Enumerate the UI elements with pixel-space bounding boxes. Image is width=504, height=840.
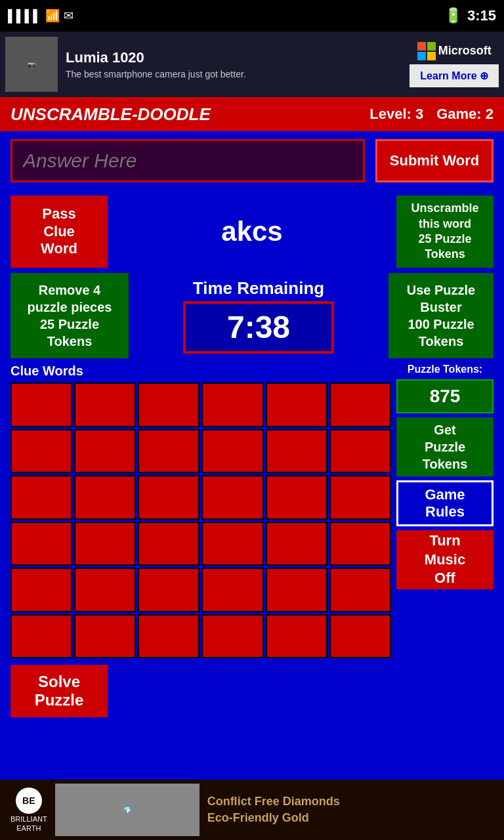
grid-cell[interactable] — [266, 383, 327, 427]
grid-cell[interactable] — [138, 522, 200, 566]
sidebar: Puzzle Tokens: 875 GetPuzzleTokens GameR… — [396, 364, 494, 717]
microsoft-label: Microsoft — [438, 44, 492, 58]
signal-area: ▌▌▌▌ 📶 ✉ — [8, 9, 74, 23]
grid-cell[interactable] — [138, 475, 200, 520]
main-grid-area: Clue Words SolvePuzzle Puzzle Tokens: 87… — [0, 364, 504, 723]
grid-cell[interactable] — [201, 568, 263, 612]
game-row-1: PassClueWord akcs Unscramblethis word25 … — [10, 196, 494, 268]
grid-cell[interactable] — [329, 429, 391, 474]
brand-line2: EARTH — [16, 824, 41, 832]
grid-cell[interactable] — [74, 475, 136, 520]
time-remaining-label: Time Remaining — [193, 278, 324, 299]
grid-cell[interactable] — [201, 383, 263, 427]
title-bar: UNSCRAMBLE-DOODLE Level: 3 Game: 2 — [0, 97, 504, 131]
ms-sq-1 — [417, 42, 426, 51]
battery-icon: 🔋 — [444, 7, 462, 24]
grid-cell[interactable] — [10, 614, 72, 659]
grid-cell[interactable] — [74, 614, 136, 659]
game-row-2: Remove 4puzzle pieces25 PuzzleTokens Tim… — [10, 273, 494, 358]
submit-button[interactable]: Submit Word — [375, 139, 494, 182]
app-title: UNSCRAMBLE-DOODLE — [10, 104, 356, 125]
unscramble-button[interactable]: Unscramblethis word25 PuzzleTokens — [396, 196, 494, 268]
ad-bottom-text: Conflict Free DiamondsEco-Friendly Gold — [207, 793, 340, 826]
tokens-value: 875 — [396, 379, 494, 413]
grid-cell[interactable] — [74, 383, 136, 427]
pass-clue-button[interactable]: PassClueWord — [10, 196, 108, 268]
grid-cell[interactable] — [329, 568, 391, 612]
grid-cell[interactable] — [74, 429, 136, 474]
puzzle-tokens-label: Puzzle Tokens: — [396, 364, 494, 375]
brand-line1: BRILLIANT — [10, 815, 47, 823]
brilliant-earth-logo: BE BRILLIANT EARTH — [10, 788, 47, 832]
answer-input[interactable] — [10, 139, 365, 182]
be-circle-icon: BE — [16, 788, 42, 814]
grid-cell[interactable] — [201, 475, 263, 520]
message-icon: ✉ — [64, 9, 74, 23]
timer-area: Time Remaining 7:38 — [134, 278, 383, 354]
grid-cell[interactable] — [329, 614, 391, 659]
status-bar: ▌▌▌▌ 📶 ✉ 🔋 3:15 — [0, 0, 504, 32]
grid-cell[interactable] — [138, 429, 200, 474]
clue-words-label: Clue Words — [10, 364, 391, 379]
wifi-icon: 📶 — [45, 9, 60, 23]
remove-pieces-button[interactable]: Remove 4puzzle pieces25 PuzzleTokens — [10, 273, 129, 358]
grid-cell[interactable] — [138, 614, 200, 659]
ad-text-area: Lumia 1020 The best smartphone camera ju… — [66, 49, 402, 79]
ad-tagline: The best smartphone camera just got bett… — [66, 69, 402, 79]
grid-cell[interactable] — [10, 568, 72, 612]
ad-banner-top: 📷 Lumia 1020 The best smartphone camera … — [0, 32, 504, 97]
grid-cell[interactable] — [74, 568, 136, 612]
grid-cell[interactable] — [266, 429, 327, 474]
grid-cell[interactable] — [266, 475, 327, 520]
grid-cell[interactable] — [138, 568, 200, 612]
puzzle-buster-button[interactable]: Use PuzzleBuster100 PuzzleTokens — [388, 273, 494, 358]
signal-bars-icon: ▌▌▌▌ — [8, 9, 41, 23]
get-tokens-button[interactable]: GetPuzzleTokens — [396, 417, 494, 476]
grid-section: Clue Words SolvePuzzle — [10, 364, 391, 717]
ms-sq-2 — [427, 42, 436, 51]
solve-puzzle-button[interactable]: SolvePuzzle — [10, 665, 108, 717]
ms-sq-3 — [417, 52, 426, 60]
turn-music-button[interactable]: TurnMusicOff — [396, 530, 494, 589]
grid-cell[interactable] — [266, 568, 327, 612]
game-label: Game: 2 — [436, 106, 494, 123]
ad-banner-bottom: BE BRILLIANT EARTH 💎 Conflict Free Diamo… — [0, 780, 504, 840]
grid-cell[interactable] — [201, 429, 263, 474]
ms-squares-icon — [417, 42, 436, 60]
level-label: Level: 3 — [369, 106, 423, 123]
grid-cell[interactable] — [10, 475, 72, 520]
grid-cell[interactable] — [10, 429, 72, 474]
grid-cell[interactable] — [266, 614, 327, 659]
grid-cell[interactable] — [74, 522, 136, 566]
microsoft-logo: Microsoft — [417, 42, 492, 60]
ad-right-area: Microsoft Learn More ⊕ — [410, 42, 499, 87]
grid-cell[interactable] — [10, 383, 72, 427]
puzzle-grid[interactable] — [10, 383, 391, 658]
grid-cell[interactable] — [329, 522, 391, 566]
timer-value: 7:38 — [227, 309, 290, 345]
ad-brand-title: Lumia 1020 — [66, 49, 402, 66]
game-area: PassClueWord akcs Unscramblethis word25 … — [0, 190, 504, 364]
timer-box: 7:38 — [183, 301, 334, 354]
grid-cell[interactable] — [10, 522, 72, 566]
scrambled-word: akcs — [113, 216, 391, 247]
game-rules-button[interactable]: GameRules — [396, 480, 494, 526]
grid-cell[interactable] — [329, 383, 391, 427]
ms-sq-4 — [427, 52, 436, 60]
ad-image: 📷 — [5, 37, 58, 92]
grid-cell[interactable] — [201, 614, 263, 659]
grid-cell[interactable] — [201, 522, 263, 566]
time-battery-area: 🔋 3:15 — [444, 7, 496, 24]
learn-more-button[interactable]: Learn More ⊕ — [410, 64, 499, 87]
grid-cell[interactable] — [329, 475, 391, 520]
grid-cell[interactable] — [266, 522, 327, 566]
grid-cell[interactable] — [138, 383, 200, 427]
ad-bottom-image: 💎 — [55, 784, 200, 836]
answer-area: Submit Word — [0, 131, 504, 190]
clock: 3:15 — [467, 7, 496, 24]
